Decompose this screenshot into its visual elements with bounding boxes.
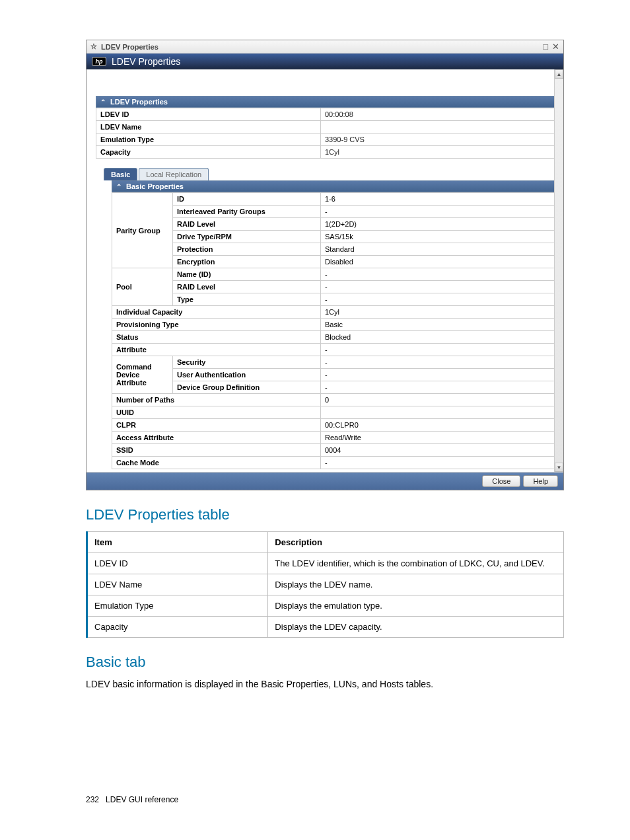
val-access-attr: Read/Write [321,432,558,444]
label-num-paths: Number of Paths [112,394,321,406]
scroll-down-icon[interactable]: ▼ [555,463,563,472]
cell-item: Capacity [87,617,268,638]
label-clpr: CLPR [112,419,321,432]
footer-title: LDEV GUI reference [106,795,178,804]
table-row: User Authentication - [112,369,558,381]
tab-basic[interactable]: Basic [104,168,137,180]
header-title: LDEV Properties [112,56,180,67]
tab-local-replication[interactable]: Local Replication [139,168,209,180]
table-row: SSID 0004 [112,444,558,457]
val-ssid: 0004 [321,444,558,457]
value-emulation: 3390-9 CVS [321,134,558,146]
scroll-up-icon[interactable]: ▲ [555,69,563,79]
val-indiv-capacity: 1Cyl [321,306,558,319]
ldev-properties-table: LDEV ID 00:00:08 LDEV Name Emulation Typ… [96,108,558,159]
value-ldev-id: 00:00:08 [321,108,558,121]
label-command-device: Command Device Attribute [112,356,173,394]
basic-properties-table: Parity Group ID 1-6 Interleaved Parity G… [112,192,558,469]
close-button[interactable]: Close [482,475,520,487]
cell-item: LDEV Name [87,574,268,595]
cell-desc: The LDEV identifier, which is the combin… [268,553,564,574]
label-ldev-id: LDEV ID [96,108,321,121]
val-cd-userauth: - [321,369,558,381]
section-head-ldev-properties[interactable]: ⌃ LDEV Properties [96,96,558,108]
table-row: Capacity 1Cyl [96,146,558,159]
label-indiv-capacity: Individual Capacity [112,306,321,319]
table-row: Emulation Type 3390-9 CVS [96,134,558,146]
table-row: Provisioning Type Basic [112,319,558,331]
cell-desc: Displays the LDEV capacity. [268,617,564,638]
val-pg-raid: 1(2D+2D) [321,218,558,231]
sub-pool-raid: RAID Level [173,281,321,293]
sub-pg-protection: Protection [173,243,321,256]
cell-item: LDEV ID [87,553,268,574]
basic-tab-text: LDEV basic information is displayed in t… [86,679,564,689]
value-capacity: 1Cyl [321,146,558,159]
val-pool-name: - [321,268,558,281]
val-uuid [321,406,558,419]
section-title-basic: Basic Properties [126,182,184,190]
sub-cd-userauth: User Authentication [173,369,321,381]
val-cache-mode: - [321,457,558,469]
chevron-up-icon: ⌃ [100,98,106,106]
val-pg-id: 1-6 [321,193,558,206]
val-pool-type: - [321,293,558,306]
val-prov-type: Basic [321,319,558,331]
label-emulation: Emulation Type [96,134,321,146]
sub-pg-raid: RAID Level [173,218,321,231]
hp-logo-icon: hp [92,57,106,66]
sub-cd-devgroup: Device Group Definition [173,381,321,394]
table-row: Attribute - [112,344,558,356]
window-titlebar: ☆ LDEV Properties □ ✕ [87,40,563,54]
maximize-icon[interactable]: □ [543,42,548,52]
table-row: Number of Paths 0 [112,394,558,406]
ldev-properties-window: ☆ LDEV Properties □ ✕ hp LDEV Properties… [86,40,564,490]
window-footer: Close Help [87,473,563,490]
th-item: Item [87,532,268,553]
header-bar: hp LDEV Properties [87,54,563,69]
table-row: UUID [112,406,558,419]
sub-pool-name: Name (ID) [173,268,321,281]
vertical-scrollbar[interactable]: ▲ ▼ [554,69,563,472]
sub-pool-type: Type [173,293,321,306]
sub-pg-interleaved: Interleaved Parity Groups [173,206,321,218]
table-row: Type - [112,293,558,306]
table-row: Emulation Type Displays the emulation ty… [87,595,564,617]
th-desc: Description [268,532,564,553]
table-row: Access Attribute Read/Write [112,432,558,444]
heading-basic-tab: Basic tab [86,654,564,671]
sub-pg-encryption: Encryption [173,256,321,268]
label-ssid: SSID [112,444,321,457]
help-button[interactable]: Help [523,475,558,487]
val-pg-interleaved: - [321,206,558,218]
val-attribute: - [321,344,558,356]
table-row: LDEV Name Displays the LDEV name. [87,574,564,595]
val-pg-encryption: Disabled [321,256,558,268]
ldev-properties-doc-table: Item Description LDEV ID The LDEV identi… [86,531,564,638]
val-cd-devgroup: - [321,381,558,394]
table-row: Status Blocked [112,331,558,344]
table-row: Cache Mode - [112,457,558,469]
window-body: ▲ ▼ ⌃ LDEV Properties LDEV ID 00:00:08 L… [87,69,563,473]
heading-ldev-properties-table: LDEV Properties table [86,506,564,523]
label-status: Status [112,331,321,344]
chevron-up-icon: ⌃ [116,183,122,190]
label-capacity: Capacity [96,146,321,159]
cell-item: Emulation Type [87,595,268,617]
table-row: LDEV ID 00:00:08 [96,108,558,121]
page-footer: 232 LDEV GUI reference [86,795,564,804]
collapse-icon[interactable]: ☆ [90,42,97,51]
close-icon[interactable]: ✕ [552,42,559,52]
tabs: Basic Local Replication [104,168,558,180]
table-row: Drive Type/RPM SAS/15k [112,231,558,243]
table-row: Command Device Attribute Security - [112,356,558,369]
val-pg-protection: Standard [321,243,558,256]
table-row: Capacity Displays the LDEV capacity. [87,617,564,638]
label-prov-type: Provisioning Type [112,319,321,331]
section-head-basic-properties[interactable]: ⌃ Basic Properties [112,180,558,192]
sub-pg-id: ID [173,193,321,206]
window-title: LDEV Properties [101,43,158,51]
val-clpr: 00:CLPR0 [321,419,558,432]
table-row: Parity Group ID 1-6 [112,193,558,206]
table-row: Interleaved Parity Groups - [112,206,558,218]
